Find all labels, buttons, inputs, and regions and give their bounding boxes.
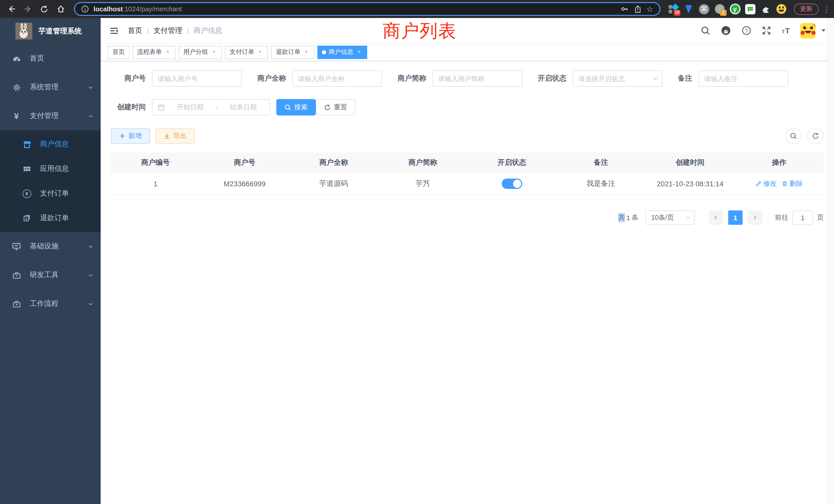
window-scrollbar[interactable] [827, 18, 834, 504]
sidebar-item-infra[interactable]: 基础设施 [0, 232, 101, 261]
page-info-icon[interactable] [81, 5, 89, 13]
page-suffix: 页 [817, 213, 824, 222]
tab-process-form[interactable]: 流程表单× [132, 45, 176, 59]
user-avatar[interactable] [800, 23, 815, 38]
monitor-chart-icon [10, 242, 23, 251]
merchant-no-input[interactable] [152, 70, 242, 87]
url-host: localhost [93, 5, 123, 13]
column-header: 商户简称 [378, 158, 467, 167]
chevron-up-icon [88, 113, 93, 119]
password-key-icon[interactable] [620, 5, 629, 13]
filter-merchant-name: 商户全称 [257, 70, 382, 87]
extension-gem-icon[interactable] [683, 3, 694, 15]
share-icon[interactable] [634, 5, 642, 13]
extension-yudao-icon[interactable]: y [729, 3, 741, 15]
sidebar-item-refund-order[interactable]: 退款订单 [0, 206, 101, 230]
search-button[interactable]: 搜索 [276, 99, 316, 115]
edit-link[interactable]: 修改 [756, 179, 777, 188]
screen: localhost:1024/pay/merchant ☆ 10 ⌘ 1 y [0, 0, 834, 504]
sidebar-item-home[interactable]: 首页 [0, 44, 101, 73]
sidebar-item-devtools[interactable]: 研发工具 [0, 261, 101, 290]
extensions-puzzle-icon[interactable] [760, 3, 771, 15]
delete-link[interactable]: 删除 [782, 179, 803, 188]
browser-update-button[interactable]: 更新 [794, 3, 818, 15]
download-icon [164, 133, 170, 139]
extension-chat-icon[interactable] [745, 3, 756, 15]
next-page-button[interactable] [748, 210, 762, 225]
cell-merchant-short: 芋艿 [378, 179, 467, 188]
chevron-down-icon [88, 301, 93, 307]
hide-search-button[interactable] [785, 128, 802, 144]
browser-avatar-emoji[interactable] [775, 3, 787, 15]
sidebar-item-app-info[interactable]: 应用信息 [0, 157, 101, 181]
font-size-icon[interactable]: TT [782, 26, 790, 35]
tab-close-icon[interactable]: × [303, 49, 310, 55]
refresh-table-button[interactable] [807, 128, 824, 144]
app-title: 芋道管理系统 [39, 26, 82, 36]
breadcrumb-home[interactable]: 首页 [128, 26, 142, 35]
page-size-input[interactable] [645, 210, 695, 225]
pagination-total: 共 1 条 [618, 213, 638, 222]
search-button-label: 搜索 [294, 102, 308, 112]
tab-close-icon[interactable]: × [257, 49, 263, 55]
tab-close-icon[interactable]: × [356, 49, 363, 55]
tab-close-icon[interactable]: × [164, 49, 171, 55]
reset-button[interactable]: 重置 [316, 99, 355, 115]
tab-home[interactable]: 首页 [108, 45, 129, 59]
fullscreen-icon[interactable] [762, 26, 772, 36]
sidebar-item-label: 首页 [30, 54, 44, 63]
help-icon[interactable]: ? [742, 26, 751, 36]
tab-pay-order[interactable]: 支付订单× [225, 45, 268, 59]
sidebar-item-system[interactable]: 系统管理 [0, 73, 101, 101]
sidebar-item-pay-order[interactable]: ¥ 支付订单 [0, 181, 101, 206]
merchant-name-input[interactable] [292, 70, 382, 87]
breadcrumb-pay[interactable]: 支付管理 [154, 26, 182, 35]
prev-page-button[interactable] [709, 210, 723, 225]
remark-input[interactable] [698, 70, 788, 87]
caret-down-icon[interactable] [821, 28, 826, 33]
browser-menu-icon[interactable]: ⋮ [823, 4, 829, 14]
browser-home-button[interactable] [54, 3, 67, 15]
goto-page-input[interactable] [792, 210, 813, 225]
filter-remark: 备注 [678, 70, 788, 87]
browser-reload-button[interactable] [38, 3, 50, 15]
export-button[interactable]: 导出 [156, 128, 195, 144]
browser-forward-button[interactable] [22, 3, 34, 15]
browser-back-button[interactable] [5, 3, 18, 15]
cell-status [467, 179, 556, 189]
tab-close-icon[interactable]: × [211, 49, 217, 55]
table-row: 1 M233666999 芋道源码 芋艿 我是备注 2021-10-23 08:… [111, 173, 824, 195]
sidebar-item-merchant-info[interactable]: 商户信息 [0, 132, 101, 157]
sidebar-collapse-icon[interactable] [108, 25, 120, 36]
bookmark-star-icon[interactable]: ☆ [646, 5, 653, 13]
tab-merchant-info[interactable]: 商户信息× [317, 45, 367, 59]
extension-badge: 10 [674, 9, 680, 16]
sidebar-logo[interactable]: 芋道管理系统 [0, 18, 101, 44]
status-select-input[interactable] [573, 70, 662, 87]
sidebar-item-label: 系统管理 [30, 83, 59, 92]
svg-text:?: ? [745, 28, 748, 33]
search-icon[interactable] [701, 26, 710, 36]
tab-refund-order[interactable]: 退款订单× [271, 45, 314, 59]
add-button[interactable]: 新增 [111, 128, 150, 144]
merchant-short-input[interactable] [433, 70, 522, 87]
extension-blue-diamond-icon[interactable]: 10 [667, 3, 679, 15]
date-range-picker[interactable]: 开始日期 - 结束日期 [152, 99, 270, 115]
tab-user-group[interactable]: 用户分组× [179, 45, 222, 59]
tab-label: 支付订单 [229, 48, 254, 56]
y-glyph: y [730, 5, 739, 13]
sidebar-item-pay[interactable]: ¥ 支付管理 [0, 101, 101, 130]
column-header: 商户编号 [111, 158, 200, 167]
github-icon[interactable] [721, 25, 731, 36]
extension-command-icon[interactable]: ⌘ [698, 3, 710, 15]
page-size-select[interactable] [645, 210, 695, 225]
status-toggle[interactable] [502, 179, 522, 189]
address-bar[interactable]: localhost:1024/pay/merchant ☆ [74, 2, 660, 16]
cell-merchant-no: M233666999 [200, 180, 289, 188]
extension-profile-icon[interactable]: 1 [714, 3, 725, 15]
grid-icon [21, 164, 33, 173]
sidebar-item-workflow[interactable]: 工作流程 [0, 290, 101, 318]
page-1-button[interactable]: 1 [728, 210, 743, 225]
status-select[interactable] [573, 70, 662, 87]
storefront-icon [21, 140, 33, 148]
